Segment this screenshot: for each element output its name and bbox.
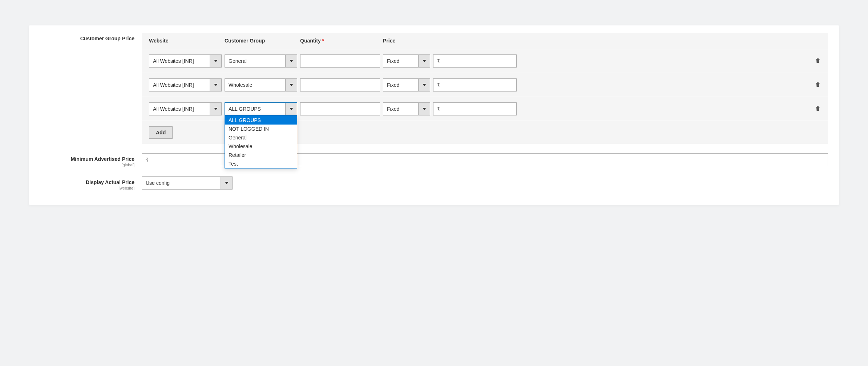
scope-label: [global] [40, 163, 134, 167]
customer-group-select[interactable]: Wholesale [225, 78, 297, 92]
display-actual-price-select[interactable]: Use config [142, 176, 233, 190]
customer-group-dropdown: ALL GROUPS NOT LOGGED IN General Wholesa… [225, 115, 297, 168]
quantity-input[interactable] [300, 54, 380, 68]
price-type-select[interactable]: Fixed [383, 102, 430, 115]
dropdown-option[interactable]: Retailer [225, 151, 297, 159]
dropdown-option[interactable]: General [225, 133, 297, 142]
currency-prefix: ₹ [145, 157, 149, 163]
trash-icon[interactable] [815, 105, 821, 112]
tier-price-table: Website Customer Group Quantity* Price A… [142, 33, 828, 144]
chevron-down-icon[interactable] [418, 55, 430, 67]
add-button[interactable]: Add [149, 126, 173, 139]
col-header-price: Price [383, 38, 430, 44]
dropdown-option[interactable]: NOT LOGGED IN [225, 125, 297, 133]
chevron-down-icon[interactable] [418, 79, 430, 91]
quantity-input[interactable] [300, 78, 380, 92]
dropdown-option[interactable]: ALL GROUPS [225, 116, 297, 125]
chevron-down-icon[interactable] [210, 103, 221, 115]
display-actual-price-label: Display Actual Price [website] [40, 176, 142, 190]
chevron-down-icon[interactable] [285, 55, 297, 67]
currency-prefix: ₹ [437, 58, 440, 64]
scope-label: [website] [40, 186, 134, 190]
price-input[interactable] [433, 78, 517, 92]
trash-icon[interactable] [815, 81, 821, 88]
chevron-down-icon[interactable] [221, 177, 232, 189]
col-header-website: Website [149, 38, 222, 44]
price-input[interactable] [433, 54, 517, 68]
website-select[interactable]: All Websites [INR] [149, 102, 222, 115]
table-row: All Websites [INR] General Fixed [142, 49, 828, 73]
website-select[interactable]: All Websites [INR] [149, 54, 222, 68]
customer-group-select[interactable]: General [225, 54, 297, 68]
table-row: All Websites [INR] Wholesale Fixed [142, 73, 828, 97]
dropdown-option[interactable]: Wholesale [225, 142, 297, 151]
currency-prefix: ₹ [437, 82, 440, 88]
currency-prefix: ₹ [437, 106, 440, 112]
col-header-group: Customer Group [225, 38, 297, 44]
table-row: All Websites [INR] ALL GROUPS ALL GROUPS… [142, 97, 828, 121]
website-select[interactable]: All Websites [INR] [149, 78, 222, 92]
chevron-down-icon[interactable] [210, 55, 221, 67]
price-type-select[interactable]: Fixed [383, 54, 430, 68]
dropdown-option[interactable]: Test [225, 159, 297, 168]
quantity-input[interactable] [300, 102, 380, 115]
chevron-down-icon[interactable] [285, 79, 297, 91]
customer-group-select[interactable]: ALL GROUPS ALL GROUPS NOT LOGGED IN Gene… [225, 102, 297, 115]
trash-icon[interactable] [815, 57, 821, 64]
chevron-down-icon[interactable] [285, 103, 297, 115]
tier-header-row: Website Customer Group Quantity* Price [142, 33, 828, 49]
col-header-quantity: Quantity* [300, 38, 380, 44]
required-asterisk: * [322, 38, 324, 44]
customer-group-price-label: Customer Group Price [40, 33, 142, 41]
price-input[interactable] [433, 102, 517, 115]
chevron-down-icon[interactable] [210, 79, 221, 91]
min-adv-price-label: Minimum Advertised Price [global] [40, 153, 142, 167]
price-type-select[interactable]: Fixed [383, 78, 430, 92]
chevron-down-icon[interactable] [418, 103, 430, 115]
